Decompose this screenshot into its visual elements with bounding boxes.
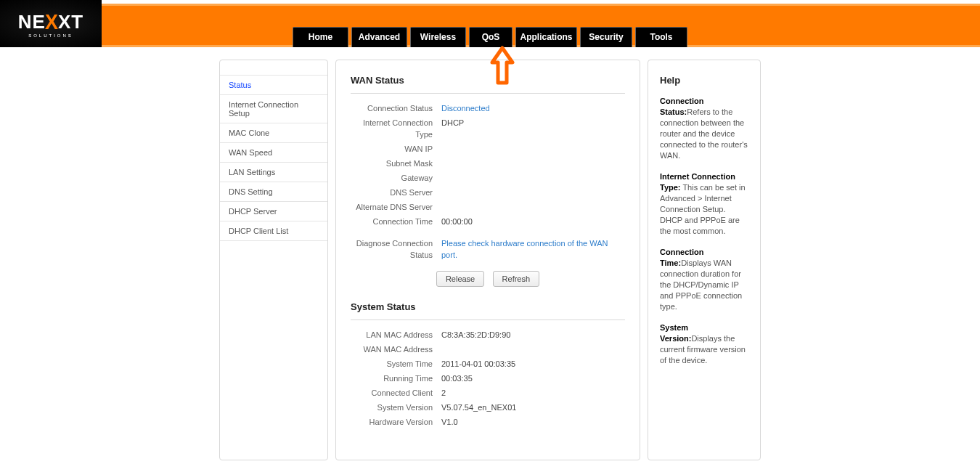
sidebar-item-dns-setting[interactable]: DNS Setting [220,182,327,202]
value-system-version: V5.07.54_en_NEX01 [441,402,625,413]
value-dns [441,187,625,198]
system-status-title: System Status [351,301,625,320]
tab-security[interactable]: Security [580,27,632,47]
wan-status-title: WAN Status [351,75,625,94]
sidebar-item-status[interactable]: Status [220,75,327,95]
value-hardware-version: V1.0 [441,416,625,428]
wan-buttons: Release Refresh [351,271,625,287]
value-connected-client: 2 [441,387,625,399]
value-connection-time: 00:00:00 [441,216,625,227]
value-wan-mac [441,343,625,355]
refresh-button[interactable]: Refresh [493,271,540,287]
value-connection-status: Disconnected [441,102,625,114]
sidebar-item-internet-setup[interactable]: Internet Connection Setup [220,95,327,123]
label-dns: DNS Server [351,187,441,198]
help-system-version: System Version:Displays the current firm… [660,322,748,366]
help-b4: System Version: [660,323,691,343]
label-diagnose: Diagnose Connection Status [351,237,441,261]
label-system-time: System Time [351,358,441,370]
value-subnet [441,158,625,169]
sidebar-item-dhcp-server[interactable]: DHCP Server [220,202,327,221]
help-title: Help [660,75,748,86]
tab-applications[interactable]: Applications [515,27,577,47]
value-running-time: 00:03:35 [441,373,625,384]
value-altdns [441,201,625,213]
tab-wireless[interactable]: Wireless [410,27,466,47]
value-system-time: 2011-04-01 00:03:35 [441,358,625,370]
page-body: Status Internet Connection Setup MAC Clo… [0,48,980,472]
top-nav: Home Advanced Wireless QoS Applications … [0,27,980,47]
sidebar-item-mac-clone[interactable]: MAC Clone [220,123,327,143]
label-connection-status: Connection Status [351,102,441,114]
label-altdns: Alternate DNS Server [351,201,441,213]
value-lan-mac: C8:3A:35:2D:D9:90 [441,329,625,341]
label-connected-client: Connected Client [351,387,441,399]
value-gateway [441,172,625,184]
label-wan-mac: WAN MAC Address [351,343,441,355]
tab-qos[interactable]: QoS [469,27,513,47]
help-panel: Help Connection Status:Refers to the con… [648,60,761,460]
label-gateway: Gateway [351,172,441,184]
label-connection-type: Internet Connection Type [351,117,441,140]
tab-advanced[interactable]: Advanced [351,27,407,47]
sidebar: Status Internet Connection Setup MAC Clo… [219,60,328,460]
value-wan-ip [441,143,625,155]
label-connection-time: Connection Time [351,216,441,227]
help-connection-type: Internet Connection Type: This can be se… [660,171,748,237]
label-wan-ip: WAN IP [351,143,441,155]
label-lan-mac: LAN MAC Address [351,329,441,341]
value-connection-type: DHCP [441,117,625,140]
tab-home[interactable]: Home [293,27,348,47]
value-diagnose: Please check hardware connection of the … [441,237,625,261]
header-accent-top [0,4,980,6]
help-connection-status: Connection Status:Refers to the connecti… [660,96,748,161]
tab-tools[interactable]: Tools [635,27,687,47]
sidebar-item-dhcp-client-list[interactable]: DHCP Client List [220,221,327,241]
release-button[interactable]: Release [436,271,484,287]
label-subnet: Subnet Mask [351,158,441,169]
help-connection-time: Connection Time:Displays WAN connection … [660,247,748,312]
sidebar-item-lan-settings[interactable]: LAN Settings [220,163,327,182]
sidebar-item-wan-speed[interactable]: WAN Speed [220,143,327,163]
label-running-time: Running Time [351,373,441,384]
header-bar: NE X XT SOLUTIONS Home Advanced Wireless… [0,0,980,48]
main-panel: WAN Status Connection StatusDisconnected… [335,60,640,460]
label-hardware-version: Hardware Version [351,416,441,428]
label-system-version: System Version [351,402,441,413]
